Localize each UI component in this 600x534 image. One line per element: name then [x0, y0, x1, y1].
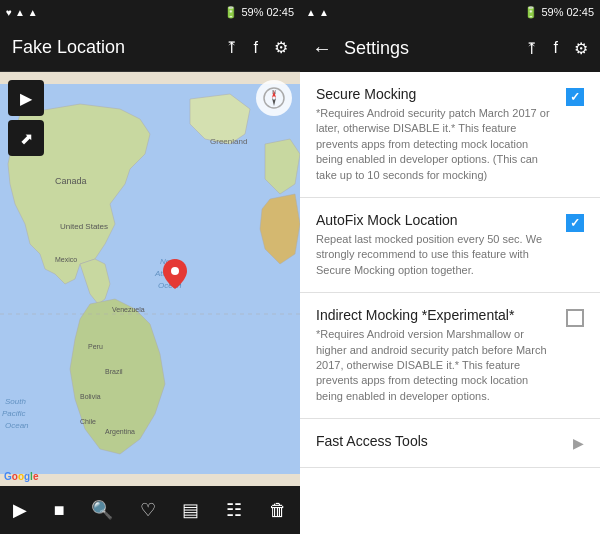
right-panel: ▲ ▲ 🔋 59% 02:45 ← Settings ⤒ f ⚙ Secure …	[300, 0, 600, 534]
right-status-icons: ▲ ▲	[306, 7, 329, 18]
right-signal-icon: ▲	[306, 7, 316, 18]
map-button[interactable]: ☷	[218, 491, 250, 529]
delete-button[interactable]: 🗑	[261, 492, 295, 529]
svg-text:United States: United States	[60, 222, 108, 231]
svg-text:Greenland: Greenland	[210, 137, 247, 146]
svg-text:Chile: Chile	[80, 418, 96, 425]
right-time: 02:45	[566, 6, 594, 18]
share-icon[interactable]: ⤒	[225, 38, 238, 57]
signal-icon: ▲	[15, 7, 25, 18]
map-controls: ▶ ⬈	[8, 80, 44, 156]
svg-point-19	[171, 267, 179, 275]
fast-access-text: Fast Access Tools	[316, 433, 561, 453]
svg-text:Ocean: Ocean	[5, 421, 29, 430]
fast-access-arrow-icon: ▶	[573, 435, 584, 451]
app-title: Fake Location	[12, 37, 225, 58]
play-button[interactable]: ▶	[5, 491, 35, 529]
navigate-btn[interactable]: ▶	[8, 80, 44, 116]
svg-text:Argentina: Argentina	[105, 428, 135, 436]
left-app-bar: Fake Location ⤒ f ⚙	[0, 24, 300, 72]
settings-list: Secure Mocking *Requires Android securit…	[300, 72, 600, 534]
gear-icon[interactable]: ⚙	[274, 38, 288, 57]
indirect-title: Indirect Mocking *Experimental*	[316, 307, 554, 323]
autofix-check-icon: ✓	[570, 216, 580, 230]
left-panel: ♥ ▲ ▲ 🔋 59% 02:45 Fake Location ⤒ f ⚙	[0, 0, 300, 534]
right-status-bar: ▲ ▲ 🔋 59% 02:45	[300, 0, 600, 24]
google-logo: Google	[4, 471, 38, 482]
secure-mocking-checkbox[interactable]: ✓	[566, 88, 584, 106]
compass-button[interactable]: N	[256, 80, 292, 116]
autofix-desc: Repeat last mocked position every 50 sec…	[316, 232, 554, 278]
checkbox-check-icon: ✓	[570, 90, 580, 104]
left-status-bar-right: 🔋 59% 02:45	[224, 6, 294, 19]
stop-button[interactable]: ■	[46, 492, 73, 529]
svg-text:Pacific: Pacific	[2, 409, 26, 418]
time-display: 02:45	[266, 6, 294, 18]
back-button[interactable]: ←	[312, 37, 332, 60]
indirect-desc: *Requires Android version Marshmallow or…	[316, 327, 554, 404]
location-icon: ♥	[6, 7, 12, 18]
svg-text:Brazil: Brazil	[105, 368, 123, 375]
settings-title: Settings	[344, 38, 525, 59]
indirect-checkbox[interactable]	[566, 309, 584, 327]
setting-fast-access[interactable]: Fast Access Tools ▶	[300, 419, 600, 468]
facebook-icon[interactable]: f	[254, 39, 258, 57]
right-share-icon[interactable]: ⤒	[525, 39, 538, 58]
setting-autofix[interactable]: AutoFix Mock Location Repeat last mocked…	[300, 198, 600, 293]
setting-secure-mocking[interactable]: Secure Mocking *Requires Android securit…	[300, 72, 600, 198]
route-button[interactable]: ▤	[174, 491, 207, 529]
right-battery: 59%	[541, 6, 563, 18]
location-btn[interactable]: ⬈	[8, 120, 44, 156]
left-status-bar-left: ♥ ▲ ▲	[6, 7, 38, 18]
search-button[interactable]: 🔍	[83, 491, 121, 529]
bottom-toolbar: ▶ ■ 🔍 ♡ ▤ ☷ 🗑	[0, 486, 300, 534]
battery-icon: 🔋	[224, 6, 238, 19]
secure-mocking-title: Secure Mocking	[316, 86, 554, 102]
right-wifi-icon: ▲	[319, 7, 329, 18]
svg-text:South: South	[5, 397, 26, 406]
map-container[interactable]: Canada United States Mexico Peru Brazil …	[0, 72, 300, 486]
secure-mocking-desc: *Requires Android security patch March 2…	[316, 106, 554, 183]
app-bar-icons: ⤒ f ⚙	[225, 38, 288, 57]
secure-mocking-text: Secure Mocking *Requires Android securit…	[316, 86, 554, 183]
left-status-bar: ♥ ▲ ▲ 🔋 59% 02:45	[0, 0, 300, 24]
svg-text:Canada: Canada	[55, 176, 87, 186]
svg-text:Venezuela: Venezuela	[112, 306, 145, 313]
svg-marker-22	[272, 98, 276, 106]
svg-text:N: N	[272, 89, 276, 95]
right-facebook-icon[interactable]: f	[554, 39, 558, 57]
autofix-title: AutoFix Mock Location	[316, 212, 554, 228]
autofix-checkbox[interactable]: ✓	[566, 214, 584, 232]
right-app-bar: ← Settings ⤒ f ⚙	[300, 24, 600, 72]
setting-indirect-mocking[interactable]: Indirect Mocking *Experimental* *Require…	[300, 293, 600, 419]
fast-access-title: Fast Access Tools	[316, 433, 561, 449]
right-status-right: 🔋 59% 02:45	[524, 6, 594, 19]
indirect-text: Indirect Mocking *Experimental* *Require…	[316, 307, 554, 404]
right-bar-icons: ⤒ f ⚙	[525, 39, 588, 58]
svg-text:Bolivia: Bolivia	[80, 393, 101, 400]
autofix-text: AutoFix Mock Location Repeat last mocked…	[316, 212, 554, 278]
right-battery-icon: 🔋	[524, 6, 538, 19]
svg-text:Mexico: Mexico	[55, 256, 77, 263]
wifi-icon: ▲	[28, 7, 38, 18]
svg-text:Peru: Peru	[88, 343, 103, 350]
right-gear-icon[interactable]: ⚙	[574, 39, 588, 58]
battery-level: 59%	[241, 6, 263, 18]
favorites-button[interactable]: ♡	[132, 491, 164, 529]
